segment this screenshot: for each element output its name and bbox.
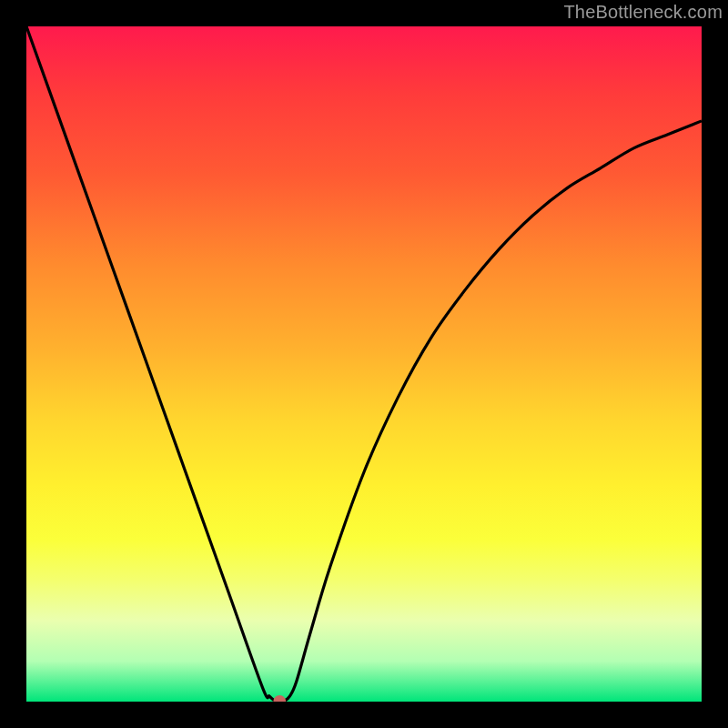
curve-layer [26,26,702,702]
chart-frame: TheBottleneck.com [0,0,728,728]
bottleneck-curve [26,26,702,702]
watermark-text: TheBottleneck.com [563,2,723,23]
optimum-marker-dot [273,695,286,702]
